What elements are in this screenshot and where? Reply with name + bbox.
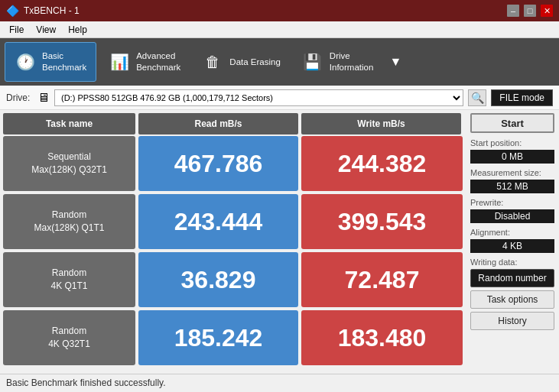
write-value-0: 244.382 bbox=[301, 136, 463, 191]
menu-help[interactable]: Help bbox=[62, 23, 93, 37]
measurement-size-label: Measurement size: bbox=[470, 168, 554, 177]
menu-file[interactable]: File bbox=[3, 23, 30, 37]
status-bar: Basic Benchmark finished successfully. bbox=[0, 374, 559, 390]
row-label-3: Random 4K Q32T1 bbox=[3, 310, 135, 365]
row-label-1: Random Max(128K) Q1T1 bbox=[3, 194, 135, 249]
right-panel: Start Start position: 0 MB Measurement s… bbox=[466, 110, 559, 374]
advanced-benchmark-label: Advanced Benchmark bbox=[136, 50, 180, 73]
toolbar-dropdown-button[interactable]: ▼ bbox=[387, 42, 404, 82]
advanced-benchmark-icon: 📊 bbox=[109, 51, 130, 73]
title-bar-controls: – □ ✕ bbox=[507, 5, 553, 17]
alignment-label: Alignment: bbox=[470, 228, 554, 237]
header-write: Write mB/s bbox=[301, 113, 461, 134]
file-mode-button[interactable]: FILE mode bbox=[491, 89, 553, 106]
data-erasing-label: Data Erasing bbox=[229, 57, 280, 68]
drive-select[interactable]: (D:) PPSS80 512GB 476.92 GB (1,000,179,7… bbox=[54, 89, 463, 106]
table-header: Task name Read mB/s Write mB/s bbox=[3, 113, 463, 134]
drive-icon: 🖥 bbox=[37, 91, 50, 105]
main-area: Task name Read mB/s Write mB/s Sequentia… bbox=[0, 110, 559, 374]
row-label-0: Sequential Max(128K) Q32T1 bbox=[3, 136, 135, 191]
app-title: TxBENCH - 1 bbox=[24, 5, 80, 16]
measurement-size-value: 512 MB bbox=[470, 180, 554, 193]
task-options-button[interactable]: Task options bbox=[470, 290, 554, 309]
basic-benchmark-label: Basic Benchmark bbox=[42, 50, 86, 73]
minimize-button[interactable]: – bbox=[507, 5, 519, 17]
read-value-1: 243.444 bbox=[138, 194, 298, 249]
prewrite-value: Disabled bbox=[470, 209, 554, 223]
drive-information-button[interactable]: 💾 Drive Information bbox=[293, 42, 383, 82]
history-button[interactable]: History bbox=[470, 312, 554, 330]
data-erasing-icon: 🗑 bbox=[202, 51, 223, 73]
menu-bar: File View Help bbox=[0, 21, 559, 38]
read-value-3: 185.242 bbox=[138, 310, 298, 365]
start-position-value: 0 MB bbox=[470, 150, 554, 164]
header-task-name: Task name bbox=[3, 113, 135, 134]
basic-benchmark-icon: 🕐 bbox=[15, 51, 36, 73]
data-erasing-button[interactable]: 🗑 Data Erasing bbox=[193, 42, 289, 82]
prewrite-label: Prewrite: bbox=[470, 198, 554, 207]
drive-information-icon: 💾 bbox=[302, 51, 323, 73]
drive-information-label: Drive Information bbox=[330, 50, 374, 73]
read-value-2: 36.829 bbox=[138, 252, 298, 307]
read-value-0: 467.786 bbox=[138, 136, 298, 191]
toolbar: 🕐 Basic Benchmark 📊 Advanced Benchmark 🗑… bbox=[0, 38, 559, 86]
writing-data-label: Writing data: bbox=[470, 258, 554, 267]
title-bar-left: 🔷 TxBENCH - 1 bbox=[6, 5, 80, 17]
table-row: Random Max(128K) Q1T1243.444399.543 bbox=[3, 194, 463, 249]
bench-rows: Sequential Max(128K) Q32T1467.786244.382… bbox=[3, 136, 463, 365]
app-icon: 🔷 bbox=[6, 5, 19, 17]
basic-benchmark-button[interactable]: 🕐 Basic Benchmark bbox=[5, 42, 96, 82]
close-button[interactable]: ✕ bbox=[541, 5, 553, 17]
write-value-1: 399.543 bbox=[301, 194, 463, 249]
drive-refresh-button[interactable]: 🔍 bbox=[468, 89, 486, 106]
row-label-2: Random 4K Q1T1 bbox=[3, 252, 135, 307]
write-value-2: 72.487 bbox=[301, 252, 463, 307]
write-value-3: 183.480 bbox=[301, 310, 463, 365]
menu-view[interactable]: View bbox=[30, 23, 62, 37]
title-bar: 🔷 TxBENCH - 1 – □ ✕ bbox=[0, 0, 559, 21]
status-message: Basic Benchmark finished successfully. bbox=[6, 377, 166, 388]
writing-data-button[interactable]: Random number bbox=[470, 269, 554, 287]
start-position-label: Start position: bbox=[470, 138, 554, 147]
drive-row: Drive: 🖥 (D:) PPSS80 512GB 476.92 GB (1,… bbox=[0, 86, 559, 110]
drive-label: Drive: bbox=[6, 92, 33, 103]
header-read: Read mB/s bbox=[138, 113, 298, 134]
table-row: Sequential Max(128K) Q32T1467.786244.382 bbox=[3, 136, 463, 191]
alignment-value: 4 KB bbox=[470, 239, 554, 253]
start-button[interactable]: Start bbox=[470, 113, 554, 133]
advanced-benchmark-button[interactable]: 📊 Advanced Benchmark bbox=[99, 42, 190, 82]
table-row: Random 4K Q32T1185.242183.480 bbox=[3, 310, 463, 365]
benchmark-table: Task name Read mB/s Write mB/s Sequentia… bbox=[0, 110, 466, 374]
maximize-button[interactable]: □ bbox=[524, 5, 536, 17]
table-row: Random 4K Q1T136.82972.487 bbox=[3, 252, 463, 307]
